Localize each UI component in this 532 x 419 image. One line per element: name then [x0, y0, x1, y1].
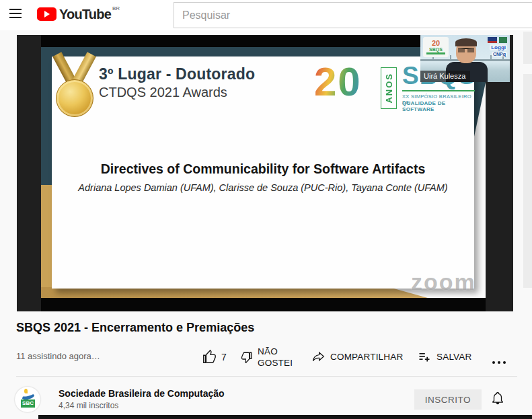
youtube-region-label: BR [112, 5, 120, 11]
webcam-overlay: 20 SBQS Loggi CNPq Uirá Kulesza [420, 35, 510, 82]
paper-authors: Adriana Lopes Damian (UFAM), Clarisse de… [52, 182, 474, 193]
sbqs-20-badge: 20 SBQS [423, 37, 449, 57]
search-input[interactable] [174, 2, 532, 28]
thumb-down-icon [241, 351, 253, 363]
like-count: 7 [221, 352, 227, 363]
university-logo-icons [488, 37, 507, 43]
badge-text: SBQS [429, 47, 443, 52]
save-button[interactable]: SALVAR [417, 350, 471, 363]
speaker-name-tag: Uirá Kulesza [420, 71, 470, 82]
section-divider [16, 376, 517, 377]
slide-gold-bottom-band [41, 287, 428, 298]
bell-icon [490, 390, 505, 406]
slide-gold-left-strip [41, 185, 52, 298]
channel-row: SBC Sociedade Brasileira de Computação 4… [0, 383, 532, 416]
award-subtitle: CTDQS 2021 Awards [99, 85, 227, 100]
watching-count: 11 assistindo agora… [16, 351, 100, 361]
gold-medal-icon [55, 55, 94, 120]
subscribed-button[interactable]: INSCRITO [414, 389, 482, 410]
slide-card: 3º Lugar - Doutorado CTDQS 2021 Awards 2… [52, 56, 474, 289]
youtube-logo-text: YouTube [59, 6, 111, 22]
video-meta-row: 11 assistindo agora… 7 NÃO GOSTEI COMPAR… [0, 342, 532, 373]
speaker-glasses [458, 48, 474, 52]
speaker-hair [455, 38, 477, 46]
sponsor-logos: Loggi CNPq [488, 37, 507, 56]
dislike-button[interactable]: NÃO GOSTEI [241, 346, 298, 369]
bottom-edge-strip [38, 415, 532, 419]
sbc-logo-text: SBC [21, 399, 35, 408]
badge-number: 20 [432, 40, 440, 47]
channel-subscribers: 4,34 mil inscritos [59, 401, 118, 410]
like-button[interactable]: 7 [202, 350, 227, 365]
more-actions-button[interactable] [491, 355, 507, 367]
award-title: 3º Lugar - Doutorado [99, 65, 255, 83]
notification-bell-button[interactable] [489, 389, 506, 408]
header: YouTube BR [0, 0, 532, 30]
ellipsis-icon [491, 360, 507, 365]
sbqs-logo-subtitle-2: QUALIDADE DE SOFTWARE [402, 100, 474, 112]
anos-badge: ANOS [381, 67, 397, 109]
video-title: SBQS 2021 - Encerramento e Premiações [16, 321, 487, 335]
playlist-add-icon [417, 350, 432, 363]
anniversary-20-logo: 20 [314, 61, 362, 104]
channel-name[interactable]: Sociedade Brasileira de Computação [59, 388, 225, 399]
related-video-thumbnail-edge[interactable] [523, 32, 532, 64]
zoom-watermark: zoom [411, 269, 476, 295]
share-button[interactable]: COMPARTILHAR [311, 350, 403, 363]
slide-teal-band [41, 47, 486, 57]
sbqs-logo-divider [402, 90, 475, 91]
slide-teal-left-strip [41, 57, 52, 185]
video-player[interactable]: 3º Lugar - Doutorado CTDQS 2021 Awards 2… [17, 35, 513, 311]
cnpq-logo: CNPq [492, 52, 507, 56]
share-label: COMPARTILHAR [330, 352, 403, 362]
loggi-logo: Loggi [490, 44, 507, 50]
anos-label: ANOS [384, 73, 394, 104]
save-label: SALVAR [436, 352, 471, 362]
dislike-label: NÃO GOSTEI [258, 346, 298, 369]
related-video-thumbnail-edge-2[interactable] [523, 74, 532, 288]
share-arrow-icon [311, 350, 326, 363]
thumb-up-icon [202, 350, 217, 365]
youtube-play-icon [37, 7, 56, 21]
screen-share-slide: 3º Lugar - Doutorado CTDQS 2021 Awards 2… [41, 47, 486, 298]
badge-bar [426, 52, 445, 54]
channel-avatar[interactable]: SBC [15, 387, 40, 412]
paper-title: Directives of Communicability for Softwa… [52, 161, 474, 177]
video-pillarbox-left [17, 35, 41, 311]
youtube-logo[interactable]: YouTube BR [37, 6, 120, 22]
menu-icon[interactable] [9, 9, 22, 18]
